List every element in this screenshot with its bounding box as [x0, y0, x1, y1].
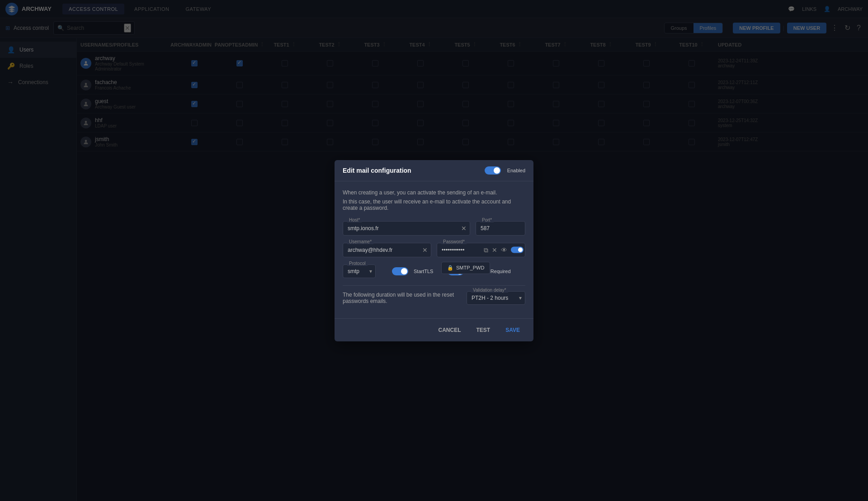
port-input[interactable]	[476, 221, 525, 236]
modal-desc1: When creating a user, you can activate t…	[343, 189, 525, 196]
modal-overlay: Edit mail configuration Enabled When cre…	[0, 0, 868, 501]
password-icons: ⧉ ✕ 👁	[483, 245, 524, 255]
password-toggle-thumb	[518, 248, 523, 252]
protocol-label: Protocol	[347, 261, 368, 266]
validation-delay-group: Validation delay* PT1H - 1 hour PT2H - 2…	[467, 291, 525, 305]
modal-body: When creating a user, you can activate t…	[335, 181, 533, 318]
modal-enabled-toggle[interactable]: Enabled	[485, 166, 525, 175]
starttls-toggle-switch[interactable]	[392, 267, 408, 275]
password-clear-button[interactable]: ✕	[491, 246, 498, 255]
modal-title: Edit mail configuration	[343, 167, 411, 174]
duration-row: The following duration will be used in t…	[343, 285, 525, 310]
validation-delay-select[interactable]: PT1H - 1 hour PT2H - 2 hours PT4H - 4 ho…	[467, 291, 525, 305]
username-password-row: Username* ✕ Password* ⧉ ✕ 👁	[343, 243, 525, 257]
starttls-toggle-group: StartTLS	[392, 267, 433, 275]
modal-footer: CANCEL TEST SAVE	[335, 318, 533, 341]
password-label: Password*	[441, 239, 467, 244]
protocol-select[interactable]: smtp smtps	[343, 265, 376, 278]
password-toggle-switch[interactable]	[511, 247, 524, 253]
cancel-button[interactable]: CANCEL	[433, 324, 467, 336]
protocol-field-group: Protocol smtp smtps	[343, 265, 376, 278]
protocol-select-wrap: smtp smtps	[343, 265, 376, 278]
test-button[interactable]: TEST	[471, 324, 496, 336]
port-label: Port*	[480, 217, 494, 222]
enabled-label: Enabled	[507, 168, 525, 173]
save-button[interactable]: SAVE	[500, 324, 525, 336]
enabled-toggle-track	[485, 166, 501, 175]
host-clear-button[interactable]: ✕	[461, 225, 467, 232]
enabled-toggle-switch[interactable]	[485, 166, 501, 175]
modal-desc2: In this case, the user will receive an e…	[343, 199, 525, 211]
smtp-tooltip: 🔒 SMTP_PWD	[441, 262, 490, 274]
enabled-toggle-thumb	[494, 167, 500, 174]
username-label: Username*	[347, 239, 373, 244]
host-input[interactable]	[343, 221, 470, 236]
modal-header: Edit mail configuration Enabled	[335, 160, 533, 181]
password-field-group: Password* ⧉ ✕ 👁	[437, 243, 525, 257]
host-label: Host*	[347, 217, 362, 222]
starttls-toggle-track	[392, 267, 408, 275]
password-copy-button[interactable]: ⧉	[483, 245, 489, 255]
edit-mail-config-modal: Edit mail configuration Enabled When cre…	[335, 160, 533, 341]
starttls-toggle-thumb	[401, 268, 407, 274]
password-toggle-track	[511, 247, 524, 253]
username-input[interactable]	[343, 243, 431, 257]
starttls-label: StartTLS	[414, 269, 433, 274]
smtp-tooltip-text: SMTP_PWD	[456, 265, 484, 270]
username-clear-button[interactable]: ✕	[422, 246, 428, 254]
duration-desc: The following duration will be used in t…	[343, 292, 461, 304]
validation-delay-label: Validation delay*	[471, 288, 508, 293]
validation-delay-select-wrap: PT1H - 1 hour PT2H - 2 hours PT4H - 4 ho…	[467, 291, 525, 305]
host-field-group: Host* ✕	[343, 221, 470, 236]
protocol-row: Protocol smtp smtps	[343, 265, 525, 278]
lock-icon: 🔒	[447, 265, 453, 271]
password-show-button[interactable]: 👁	[500, 246, 508, 255]
port-field-group: Port*	[476, 221, 525, 236]
host-port-row: Host* ✕ Port*	[343, 221, 525, 236]
username-field-group: Username* ✕	[343, 243, 431, 257]
